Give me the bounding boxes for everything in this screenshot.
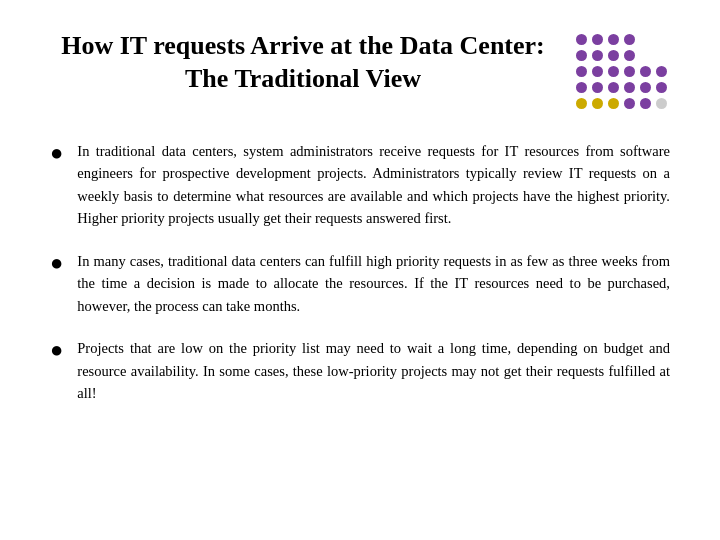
content-area: ●In traditional data centers, system adm… bbox=[50, 140, 670, 425]
dot bbox=[624, 66, 635, 77]
header: How IT requests Arrive at the Data Cente… bbox=[50, 30, 670, 112]
dot bbox=[576, 34, 587, 45]
dot bbox=[592, 50, 603, 61]
dot bbox=[656, 66, 667, 77]
dot bbox=[656, 98, 667, 109]
bullet-item: ●In traditional data centers, system adm… bbox=[50, 140, 670, 230]
dot bbox=[576, 50, 587, 61]
dot bbox=[624, 50, 635, 61]
dot bbox=[640, 82, 651, 93]
dot bbox=[640, 66, 651, 77]
title-line2: The Traditional View bbox=[185, 64, 421, 93]
dot bbox=[608, 34, 619, 45]
dot bbox=[576, 98, 587, 109]
dot bbox=[640, 34, 651, 45]
dot-grid-decoration bbox=[576, 34, 670, 112]
dot bbox=[592, 34, 603, 45]
bullet-marker: ● bbox=[50, 252, 63, 274]
dot bbox=[640, 98, 651, 109]
bullet-marker: ● bbox=[50, 339, 63, 361]
title-line1: How IT requests Arrive at the Data Cente… bbox=[61, 31, 545, 60]
bullet-item: ●Projects that are low on the priority l… bbox=[50, 337, 670, 404]
bullet-text: Projects that are low on the priority li… bbox=[77, 337, 670, 404]
dot bbox=[608, 82, 619, 93]
dot bbox=[592, 98, 603, 109]
dot bbox=[656, 82, 667, 93]
dot bbox=[576, 66, 587, 77]
dot bbox=[592, 66, 603, 77]
bullet-marker: ● bbox=[50, 142, 63, 164]
dot bbox=[656, 50, 667, 61]
dot bbox=[624, 82, 635, 93]
slide-title: How IT requests Arrive at the Data Cente… bbox=[50, 30, 556, 95]
bullet-item: ●In many cases, traditional data centers… bbox=[50, 250, 670, 317]
dot bbox=[576, 82, 587, 93]
dot bbox=[608, 50, 619, 61]
dot bbox=[592, 82, 603, 93]
bullet-text: In traditional data centers, system admi… bbox=[77, 140, 670, 230]
slide: How IT requests Arrive at the Data Cente… bbox=[0, 0, 720, 540]
title-block: How IT requests Arrive at the Data Cente… bbox=[50, 30, 576, 95]
bullet-text: In many cases, traditional data centers … bbox=[77, 250, 670, 317]
dot bbox=[656, 34, 667, 45]
dot bbox=[608, 66, 619, 77]
dot bbox=[640, 50, 651, 61]
dot bbox=[624, 98, 635, 109]
dot bbox=[624, 34, 635, 45]
dot bbox=[608, 98, 619, 109]
